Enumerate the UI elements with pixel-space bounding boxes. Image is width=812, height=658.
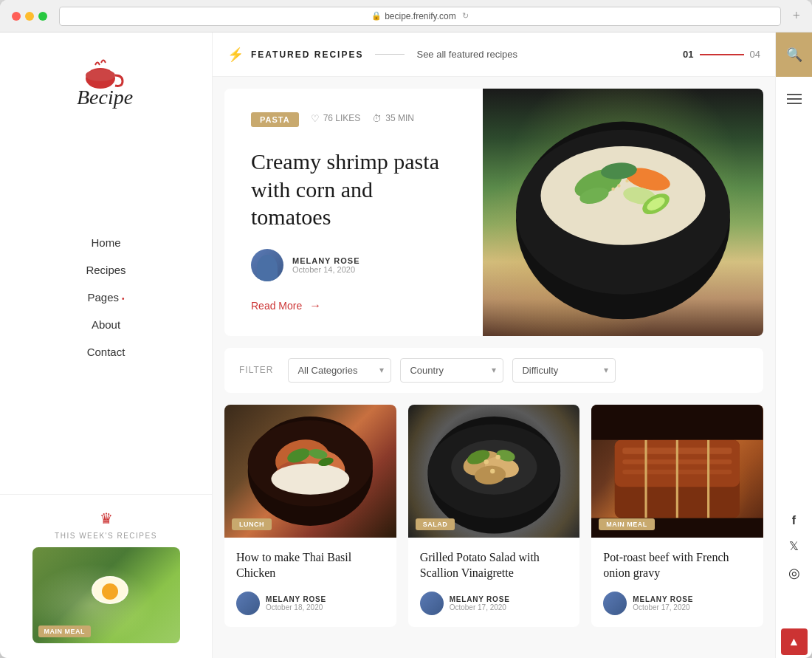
categories-select[interactable]: All Categories bbox=[288, 358, 391, 383]
clock-icon: ⏱ bbox=[372, 113, 382, 124]
sidebar-recipe-image: MAIN MEAL bbox=[32, 547, 180, 643]
header-divider bbox=[375, 54, 405, 55]
svg-rect-44 bbox=[591, 405, 763, 440]
hero-section: PASTA ♡ 76 LIKES ⏱ 35 MIN bbox=[224, 89, 763, 336]
filter-bar: FILTER All Categories Country Difficul bbox=[224, 348, 763, 393]
hero-text: PASTA ♡ 76 LIKES ⏱ 35 MIN bbox=[224, 89, 483, 336]
this-week-label: THIS WEEK'S RECIPES bbox=[15, 532, 197, 540]
card-title-2: Grilled Potato Salad with Scallion Vinai… bbox=[420, 549, 568, 581]
svg-point-35 bbox=[490, 468, 495, 473]
pagination-current: 01 bbox=[683, 49, 693, 60]
author-date: October 14, 2020 bbox=[292, 265, 359, 274]
likes-count: 76 LIKES bbox=[323, 113, 361, 123]
card-author-name-3: MELANY ROSE bbox=[633, 595, 693, 603]
sidebar: Becipe Home Recipes Pages About Contact … bbox=[0, 32, 213, 658]
country-select-wrapper[interactable]: Country bbox=[400, 358, 503, 383]
card-author-3: MELANY ROSE October 17, 2020 bbox=[603, 592, 751, 615]
card-image-3: MAIN MEAL bbox=[591, 405, 763, 538]
sidebar-recipe-badge: MAIN MEAL bbox=[38, 626, 92, 637]
recipe-card-3: MAIN MEAL Pot-roast beef with French oni… bbox=[591, 405, 763, 627]
svg-point-11 bbox=[617, 184, 620, 187]
nav-about[interactable]: About bbox=[92, 314, 120, 335]
menu-button[interactable] bbox=[776, 77, 812, 121]
see-featured-link[interactable]: See all featured recipes bbox=[416, 49, 517, 60]
nav-home[interactable]: Home bbox=[91, 232, 120, 253]
social-links: f 𝕏 ◎ bbox=[776, 121, 812, 626]
hero-image-visual bbox=[483, 89, 763, 336]
card-tag-1: LUNCH bbox=[232, 518, 272, 530]
twitter-icon[interactable]: 𝕏 bbox=[789, 539, 799, 553]
author-name: MELANY ROSE bbox=[292, 256, 359, 265]
main-header: ⚡ FEATURED RECIPES See all featured reci… bbox=[213, 32, 775, 77]
card-title-1: How to make Thai Basil Chicken bbox=[236, 549, 385, 581]
hero-food-visual bbox=[483, 89, 763, 336]
read-more-button[interactable]: Read More → bbox=[251, 299, 456, 312]
url-bar[interactable]: 🔒 becipe.frenify.com ↻ bbox=[59, 7, 781, 26]
nav-recipes[interactable]: Recipes bbox=[86, 259, 125, 281]
hamburger-line-3 bbox=[787, 103, 802, 104]
nav-contact[interactable]: Contact bbox=[87, 341, 125, 363]
hero-image bbox=[483, 89, 763, 336]
recipe-cards: LUNCH How to make Thai Basil Chicken MEL… bbox=[213, 405, 775, 639]
hero-title: Creamy shrimp pasta with corn and tomato… bbox=[251, 148, 456, 231]
difficulty-select[interactable]: Difficulty bbox=[512, 358, 616, 383]
card-author-date-1: October 18, 2020 bbox=[266, 603, 326, 611]
card-title-3: Pot-roast beef with French onion gravy bbox=[603, 549, 751, 581]
sidebar-bottom: ♛ THIS WEEK'S RECIPES MAIN MEAL bbox=[0, 494, 212, 658]
card-author-info-1: MELANY ROSE October 18, 2020 bbox=[266, 595, 326, 611]
card-avatar-2 bbox=[420, 592, 444, 615]
card-body-3: Pot-roast beef with French onion gravy M… bbox=[591, 538, 763, 627]
scroll-top-area: ▲ bbox=[776, 626, 812, 658]
card-avatar-3 bbox=[603, 592, 627, 615]
scroll-top-button[interactable]: ▲ bbox=[781, 628, 808, 655]
svg-point-21 bbox=[271, 463, 349, 494]
card-author-date-3: October 17, 2020 bbox=[633, 603, 693, 611]
pagination-total: 04 bbox=[750, 49, 760, 60]
nav-pages[interactable]: Pages bbox=[87, 287, 124, 308]
read-more-label: Read More bbox=[251, 300, 302, 312]
minimize-dot[interactable] bbox=[25, 12, 34, 21]
card-author-date-2: October 17, 2020 bbox=[450, 603, 510, 611]
svg-point-34 bbox=[495, 454, 500, 459]
right-panel: 🔍 f 𝕏 ◎ ▲ bbox=[775, 32, 812, 658]
search-button[interactable]: 🔍 bbox=[776, 32, 812, 77]
browser-chrome: 🔒 becipe.frenify.com ↻ + bbox=[0, 0, 812, 32]
instagram-icon[interactable]: ◎ bbox=[788, 565, 800, 581]
author-area: MELANY ROSE October 14, 2020 bbox=[251, 249, 456, 281]
recipe-meta: ♡ 76 LIKES ⏱ 35 MIN bbox=[311, 113, 414, 124]
sidebar-nav: Home Recipes Pages About Contact bbox=[0, 100, 212, 494]
card-tag-3: MAIN MEAL bbox=[599, 518, 655, 530]
author-info: MELANY ROSE October 14, 2020 bbox=[292, 256, 359, 274]
cook-time: 35 MIN bbox=[385, 113, 414, 123]
card-author-info-2: MELANY ROSE October 17, 2020 bbox=[450, 595, 510, 611]
likes-meta: ♡ 76 LIKES bbox=[311, 113, 361, 124]
hamburger-line-1 bbox=[787, 94, 802, 95]
maximize-dot[interactable] bbox=[38, 12, 47, 21]
card-body-2: Grilled Potato Salad with Scallion Vinai… bbox=[408, 538, 580, 627]
svg-point-1 bbox=[86, 69, 115, 81]
arrow-right-icon: → bbox=[309, 299, 321, 312]
card-author-name-1: MELANY ROSE bbox=[266, 595, 326, 603]
close-dot[interactable] bbox=[12, 12, 21, 21]
pagination-line bbox=[700, 54, 744, 55]
egg-yolk bbox=[102, 583, 118, 600]
categories-select-wrapper[interactable]: All Categories bbox=[288, 358, 391, 383]
new-tab-button[interactable]: + bbox=[793, 8, 800, 24]
pagination: 01 04 bbox=[683, 49, 760, 60]
card-body-1: How to make Thai Basil Chicken MELANY RO… bbox=[224, 538, 396, 627]
egg-visual bbox=[92, 576, 128, 604]
search-icon: 🔍 bbox=[786, 47, 802, 63]
difficulty-select-wrapper[interactable]: Difficulty bbox=[512, 358, 616, 383]
url-text: becipe.frenify.com bbox=[385, 11, 456, 21]
facebook-icon[interactable]: f bbox=[792, 514, 796, 527]
recipe-card-2: SALAD Grilled Potato Salad with Scallion… bbox=[408, 405, 580, 627]
recipe-card: LUNCH How to make Thai Basil Chicken MEL… bbox=[224, 405, 396, 627]
card-author-1: MELANY ROSE October 18, 2020 bbox=[236, 592, 385, 615]
time-meta: ⏱ 35 MIN bbox=[372, 113, 414, 124]
card-avatar-1 bbox=[236, 592, 260, 615]
country-select[interactable]: Country bbox=[400, 358, 503, 383]
heart-icon: ♡ bbox=[311, 113, 320, 124]
card-image-1: LUNCH bbox=[224, 405, 396, 538]
card-image-2: SALAD bbox=[408, 405, 580, 538]
card-author-name-2: MELANY ROSE bbox=[450, 595, 510, 603]
